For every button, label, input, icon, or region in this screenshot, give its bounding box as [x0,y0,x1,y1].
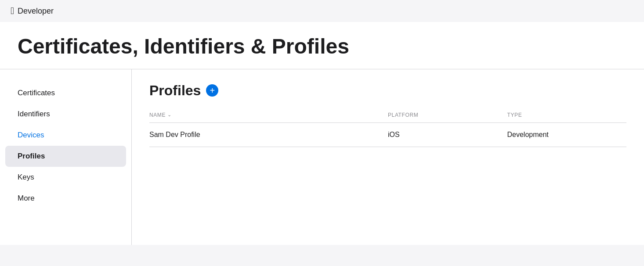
column-header-platform: PLATFORM [388,108,507,123]
cell-profile-name: Sam Dev Profile [149,122,388,147]
table-header-row: NAME ⌄ PLATFORM TYPE [149,108,626,123]
sidebar-item-identifiers[interactable]: Identifiers [0,104,131,125]
column-name-label: NAME [149,112,166,118]
plus-icon: + [210,86,215,95]
profiles-table: NAME ⌄ PLATFORM TYPE Sam Dev ProfileiOSD… [149,108,626,147]
table-body: Sam Dev ProfileiOSDevelopment [149,122,626,147]
table-row[interactable]: Sam Dev ProfileiOSDevelopment [149,122,626,147]
content-title: Profiles [149,83,201,99]
header-title: Developer [18,7,54,16]
column-header-type: TYPE [507,108,627,123]
page-title-section: Certificates, Identifiers & Profiles [0,22,644,69]
sidebar-item-profiles[interactable]: Profiles [5,146,126,167]
content-header: Profiles + [149,83,626,99]
cell-platform: iOS [388,122,507,147]
sidebar-item-more[interactable]: More [0,188,131,209]
sidebar-item-certificates[interactable]: Certificates [0,83,131,104]
main-layout: Certificates Identifiers Devices Profile… [0,69,644,245]
column-header-name[interactable]: NAME ⌄ [149,108,388,123]
top-header:  Developer [0,0,644,22]
content-area: Profiles + NAME ⌄ PLATFORM TYPE [132,69,644,245]
add-profile-button[interactable]: + [206,84,218,97]
sidebar-item-keys[interactable]: Keys [0,167,131,188]
cell-type: Development [507,122,627,147]
apple-logo-icon:  [11,6,14,16]
sort-arrow-icon: ⌄ [167,112,172,118]
sidebar: Certificates Identifiers Devices Profile… [0,69,132,245]
page-title: Certificates, Identifiers & Profiles [18,35,626,58]
sidebar-item-devices[interactable]: Devices [0,125,131,146]
